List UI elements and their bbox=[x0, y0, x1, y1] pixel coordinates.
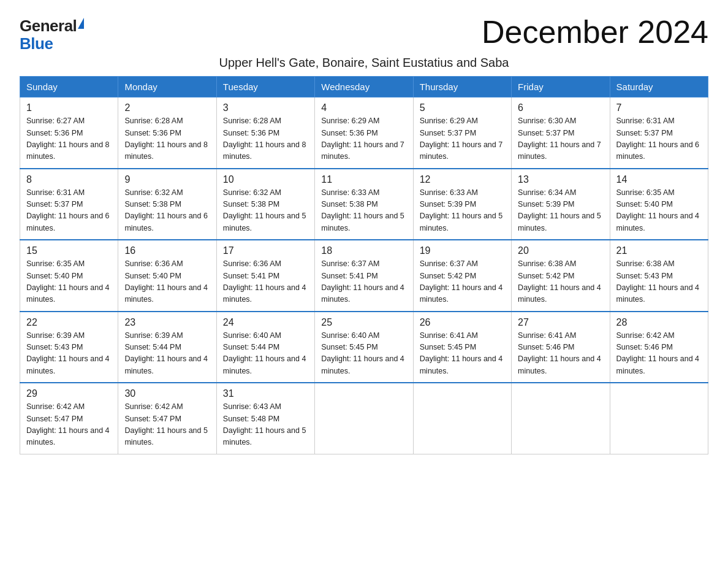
calendar-cell: 30Sunrise: 6:42 AMSunset: 5:47 PMDayligh… bbox=[118, 383, 216, 454]
calendar-cell: 17Sunrise: 6:36 AMSunset: 5:41 PMDayligh… bbox=[216, 240, 314, 312]
calendar-week-row: 22Sunrise: 6:39 AMSunset: 5:43 PMDayligh… bbox=[20, 312, 708, 383]
day-info: Sunrise: 6:37 AMSunset: 5:42 PMDaylight:… bbox=[420, 258, 505, 306]
day-info: Sunrise: 6:31 AMSunset: 5:37 PMDaylight:… bbox=[616, 115, 702, 163]
logo-triangle-icon bbox=[78, 18, 84, 29]
header-monday: Monday bbox=[118, 77, 216, 98]
day-info: Sunrise: 6:33 AMSunset: 5:38 PMDaylight:… bbox=[321, 187, 406, 235]
calendar-week-row: 1Sunrise: 6:27 AMSunset: 5:36 PMDaylight… bbox=[20, 98, 708, 169]
day-info: Sunrise: 6:39 AMSunset: 5:43 PMDaylight:… bbox=[26, 330, 112, 378]
calendar-cell: 29Sunrise: 6:42 AMSunset: 5:47 PMDayligh… bbox=[20, 383, 118, 454]
day-number: 9 bbox=[124, 174, 210, 185]
day-number: 31 bbox=[223, 388, 308, 399]
day-number: 2 bbox=[124, 102, 210, 113]
calendar-cell: 2Sunrise: 6:28 AMSunset: 5:36 PMDaylight… bbox=[118, 98, 216, 169]
calendar-cell: 16Sunrise: 6:36 AMSunset: 5:40 PMDayligh… bbox=[118, 240, 216, 312]
day-info: Sunrise: 6:32 AMSunset: 5:38 PMDaylight:… bbox=[124, 187, 210, 235]
calendar-cell: 11Sunrise: 6:33 AMSunset: 5:38 PMDayligh… bbox=[315, 169, 413, 240]
day-number: 22 bbox=[26, 317, 112, 328]
day-info: Sunrise: 6:42 AMSunset: 5:47 PMDaylight:… bbox=[26, 401, 112, 449]
calendar-cell: 22Sunrise: 6:39 AMSunset: 5:43 PMDayligh… bbox=[20, 312, 118, 383]
day-number: 1 bbox=[26, 102, 112, 113]
day-info: Sunrise: 6:39 AMSunset: 5:44 PMDaylight:… bbox=[124, 330, 210, 378]
calendar-cell: 26Sunrise: 6:41 AMSunset: 5:45 PMDayligh… bbox=[413, 312, 511, 383]
calendar-week-row: 15Sunrise: 6:35 AMSunset: 5:40 PMDayligh… bbox=[20, 240, 708, 312]
day-number: 16 bbox=[124, 245, 210, 256]
calendar-cell: 8Sunrise: 6:31 AMSunset: 5:37 PMDaylight… bbox=[20, 169, 118, 240]
day-info: Sunrise: 6:27 AMSunset: 5:36 PMDaylight:… bbox=[26, 115, 112, 163]
calendar-cell: 15Sunrise: 6:35 AMSunset: 5:40 PMDayligh… bbox=[20, 240, 118, 312]
day-info: Sunrise: 6:34 AMSunset: 5:39 PMDaylight:… bbox=[518, 187, 603, 235]
day-info: Sunrise: 6:31 AMSunset: 5:37 PMDaylight:… bbox=[26, 187, 112, 235]
day-number: 27 bbox=[518, 317, 603, 328]
day-info: Sunrise: 6:32 AMSunset: 5:38 PMDaylight:… bbox=[223, 187, 308, 235]
header: General Blue December 2024 bbox=[20, 15, 708, 52]
calendar-cell: 31Sunrise: 6:43 AMSunset: 5:48 PMDayligh… bbox=[216, 383, 314, 454]
calendar-cell: 28Sunrise: 6:42 AMSunset: 5:46 PMDayligh… bbox=[610, 312, 708, 383]
day-info: Sunrise: 6:40 AMSunset: 5:45 PMDaylight:… bbox=[321, 330, 406, 378]
calendar-cell: 9Sunrise: 6:32 AMSunset: 5:38 PMDaylight… bbox=[118, 169, 216, 240]
day-number: 21 bbox=[616, 245, 702, 256]
calendar-cell: 21Sunrise: 6:38 AMSunset: 5:43 PMDayligh… bbox=[610, 240, 708, 312]
day-number: 10 bbox=[223, 174, 308, 185]
day-number: 28 bbox=[616, 317, 702, 328]
day-number: 3 bbox=[223, 102, 308, 113]
day-info: Sunrise: 6:38 AMSunset: 5:43 PMDaylight:… bbox=[616, 258, 702, 306]
header-thursday: Thursday bbox=[413, 77, 511, 98]
day-number: 14 bbox=[616, 174, 702, 185]
day-number: 6 bbox=[518, 102, 603, 113]
header-wednesday: Wednesday bbox=[315, 77, 413, 98]
calendar-cell: 3Sunrise: 6:28 AMSunset: 5:36 PMDaylight… bbox=[216, 98, 314, 169]
day-info: Sunrise: 6:40 AMSunset: 5:44 PMDaylight:… bbox=[223, 330, 308, 378]
calendar-cell: 1Sunrise: 6:27 AMSunset: 5:36 PMDaylight… bbox=[20, 98, 118, 169]
header-tuesday: Tuesday bbox=[216, 77, 314, 98]
day-number: 11 bbox=[321, 174, 406, 185]
calendar-cell: 23Sunrise: 6:39 AMSunset: 5:44 PMDayligh… bbox=[118, 312, 216, 383]
day-info: Sunrise: 6:36 AMSunset: 5:40 PMDaylight:… bbox=[124, 258, 210, 306]
calendar-cell: 24Sunrise: 6:40 AMSunset: 5:44 PMDayligh… bbox=[216, 312, 314, 383]
calendar-cell: 19Sunrise: 6:37 AMSunset: 5:42 PMDayligh… bbox=[413, 240, 511, 312]
day-number: 29 bbox=[26, 388, 112, 399]
header-sunday: Sunday bbox=[20, 77, 118, 98]
day-number: 24 bbox=[223, 317, 308, 328]
day-number: 5 bbox=[420, 102, 505, 113]
day-number: 4 bbox=[321, 102, 406, 113]
day-info: Sunrise: 6:41 AMSunset: 5:46 PMDaylight:… bbox=[518, 330, 603, 378]
day-info: Sunrise: 6:35 AMSunset: 5:40 PMDaylight:… bbox=[26, 258, 112, 306]
day-number: 19 bbox=[420, 245, 505, 256]
calendar-cell bbox=[315, 383, 413, 454]
calendar-cell bbox=[512, 383, 610, 454]
day-info: Sunrise: 6:29 AMSunset: 5:37 PMDaylight:… bbox=[420, 115, 505, 163]
day-number: 25 bbox=[321, 317, 406, 328]
day-number: 17 bbox=[223, 245, 308, 256]
day-info: Sunrise: 6:29 AMSunset: 5:36 PMDaylight:… bbox=[321, 115, 406, 163]
day-number: 12 bbox=[420, 174, 505, 185]
header-friday: Friday bbox=[512, 77, 610, 98]
logo-general-text: General bbox=[20, 17, 77, 35]
calendar-cell: 20Sunrise: 6:38 AMSunset: 5:42 PMDayligh… bbox=[512, 240, 610, 312]
day-number: 15 bbox=[26, 245, 112, 256]
calendar-cell: 4Sunrise: 6:29 AMSunset: 5:36 PMDaylight… bbox=[315, 98, 413, 169]
calendar-cell: 12Sunrise: 6:33 AMSunset: 5:39 PMDayligh… bbox=[413, 169, 511, 240]
day-number: 13 bbox=[518, 174, 603, 185]
header-saturday: Saturday bbox=[610, 77, 708, 98]
calendar-cell: 18Sunrise: 6:37 AMSunset: 5:41 PMDayligh… bbox=[315, 240, 413, 312]
day-number: 26 bbox=[420, 317, 505, 328]
day-number: 30 bbox=[124, 388, 210, 399]
calendar-cell bbox=[413, 383, 511, 454]
day-info: Sunrise: 6:36 AMSunset: 5:41 PMDaylight:… bbox=[223, 258, 308, 306]
location-title: Upper Hell's Gate, Bonaire, Saint Eustat… bbox=[20, 56, 708, 70]
calendar-cell: 10Sunrise: 6:32 AMSunset: 5:38 PMDayligh… bbox=[216, 169, 314, 240]
logo-blue-text: Blue bbox=[20, 35, 53, 53]
day-number: 18 bbox=[321, 245, 406, 256]
day-info: Sunrise: 6:33 AMSunset: 5:39 PMDaylight:… bbox=[420, 187, 505, 235]
calendar-cell: 25Sunrise: 6:40 AMSunset: 5:45 PMDayligh… bbox=[315, 312, 413, 383]
day-info: Sunrise: 6:38 AMSunset: 5:42 PMDaylight:… bbox=[518, 258, 603, 306]
calendar-cell: 27Sunrise: 6:41 AMSunset: 5:46 PMDayligh… bbox=[512, 312, 610, 383]
calendar-week-row: 8Sunrise: 6:31 AMSunset: 5:37 PMDaylight… bbox=[20, 169, 708, 240]
day-number: 23 bbox=[124, 317, 210, 328]
day-info: Sunrise: 6:42 AMSunset: 5:47 PMDaylight:… bbox=[124, 401, 210, 449]
day-info: Sunrise: 6:30 AMSunset: 5:37 PMDaylight:… bbox=[518, 115, 603, 163]
day-info: Sunrise: 6:28 AMSunset: 5:36 PMDaylight:… bbox=[124, 115, 210, 163]
calendar-cell bbox=[610, 383, 708, 454]
day-number: 7 bbox=[616, 102, 702, 113]
